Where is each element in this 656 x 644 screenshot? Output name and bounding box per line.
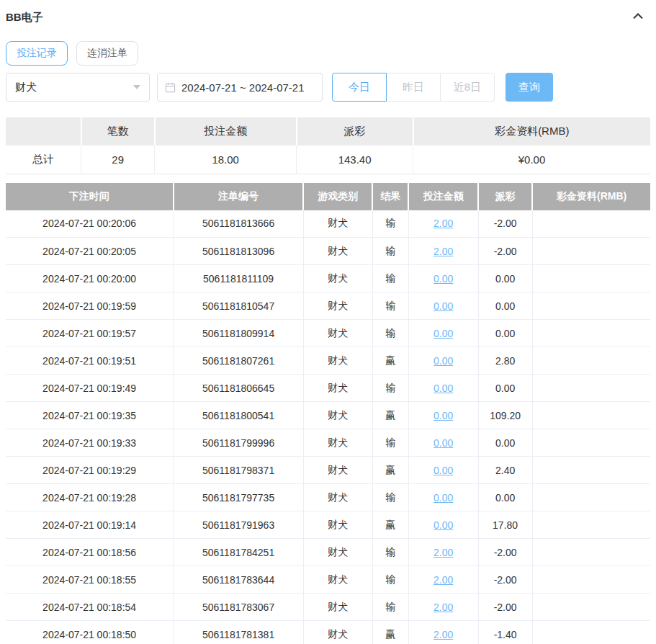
- tab-bet-records[interactable]: 投注记录: [6, 41, 68, 66]
- bet-amount-link[interactable]: 0.00: [433, 355, 453, 367]
- date-range-input[interactable]: 2024-07-21 ~ 2024-07-21: [157, 73, 323, 102]
- cell-bet-amount: 0.00: [408, 402, 478, 429]
- cell-result: 输: [372, 238, 408, 265]
- cell-order-id: 5061181806645: [174, 375, 304, 402]
- bet-amount-link[interactable]: 0.00: [433, 465, 453, 476]
- header-game-type: 游戏类别: [303, 183, 372, 210]
- cell-payout: 17.80: [478, 511, 532, 539]
- cell-order-id: 5061181807261: [174, 347, 304, 375]
- cell-bonus: [532, 457, 650, 484]
- cell-bonus: [532, 347, 650, 375]
- summary-header-bet-amount: 投注金额: [155, 117, 297, 146]
- cell-game-type: 财犬: [303, 511, 372, 539]
- cell-game-type: 财犬: [303, 594, 372, 621]
- cell-bet-time: 2024-07-21 00:19:14: [6, 511, 174, 539]
- cell-payout: 0.00: [478, 292, 532, 320]
- cell-bet-amount: 0.00: [408, 265, 478, 292]
- cell-game-type: 财犬: [303, 292, 372, 320]
- cell-payout: 0.00: [478, 265, 532, 292]
- cell-bet-amount: 0.00: [408, 320, 478, 347]
- chevron-up-icon: [632, 11, 644, 23]
- cell-game-type: 财犬: [303, 265, 372, 292]
- bet-amount-link[interactable]: 0.00: [433, 328, 453, 339]
- cell-bet-time: 2024-07-21 00:20:05: [6, 238, 174, 265]
- bet-amount-link[interactable]: 0.00: [433, 273, 453, 285]
- cell-bet-time: 2024-07-21 00:18:50: [6, 621, 174, 644]
- cell-bonus: [532, 594, 650, 621]
- table-row: 2024-07-21 00:19:14 5061181791963 财犬 赢 0…: [6, 511, 650, 539]
- cell-bet-time: 2024-07-21 00:19:35: [6, 402, 174, 429]
- cell-bet-amount: 0.00: [408, 292, 478, 320]
- records-header-row: 下注时间 注单编号 游戏类别 结果 投注金额 派彩 彩金资料(RMB): [6, 183, 650, 210]
- cell-bonus: [532, 402, 650, 429]
- total-count: 29: [81, 146, 155, 174]
- cell-bonus: [532, 238, 650, 265]
- header-bonus: 彩金资料(RMB): [532, 183, 650, 210]
- total-bonus: ¥0.00: [413, 146, 650, 174]
- bet-amount-link[interactable]: 0.00: [433, 492, 453, 504]
- search-button[interactable]: 查询: [506, 73, 553, 102]
- header-bet-time: 下注时间: [6, 183, 174, 210]
- cell-bonus: [532, 320, 650, 347]
- cell-bet-time: 2024-07-21 00:18:55: [6, 566, 174, 594]
- cell-order-id: 5061181799996: [174, 429, 304, 457]
- cell-game-type: 财犬: [303, 621, 372, 644]
- total-bet-amount: 18.00: [155, 146, 297, 174]
- cell-order-id: 5061181781381: [174, 621, 304, 644]
- cell-result: 赢: [372, 347, 408, 375]
- cell-payout: 0.00: [478, 320, 532, 347]
- cell-game-type: 财犬: [303, 484, 372, 511]
- cell-bonus: [532, 566, 650, 594]
- bet-amount-link[interactable]: 2.00: [433, 601, 453, 613]
- header-bet-amount: 投注金额: [408, 183, 478, 210]
- header-result: 结果: [372, 183, 408, 210]
- cell-payout: 2.40: [478, 457, 532, 484]
- table-row: 2024-07-21 00:18:54 5061181783067 财犬 输 2…: [6, 594, 650, 621]
- table-row: 2024-07-21 00:20:00 5061181811109 财犬 输 0…: [6, 265, 650, 292]
- table-row: 2024-07-21 00:19:28 5061181797735 财犬 输 0…: [6, 484, 650, 511]
- cell-payout: 0.00: [478, 375, 532, 402]
- cell-result: 输: [372, 320, 408, 347]
- cell-result: 输: [372, 539, 408, 566]
- cell-payout: 0.00: [478, 429, 532, 457]
- chevron-down-icon: [133, 85, 140, 89]
- summary-header-empty: [6, 117, 81, 146]
- cell-bonus: [532, 429, 650, 457]
- cell-bet-amount: 2.00: [408, 566, 478, 594]
- cell-result: 输: [372, 210, 408, 238]
- cell-bet-amount: 2.00: [408, 594, 478, 621]
- cell-game-type: 财犬: [303, 566, 372, 594]
- cell-game-type: 财犬: [303, 347, 372, 375]
- summary-header-bonus: 彩金资料(RMB): [413, 117, 650, 146]
- game-select[interactable]: 财犬: [6, 73, 150, 102]
- cell-bet-time: 2024-07-21 00:19:29: [6, 457, 174, 484]
- bet-amount-link[interactable]: 2.00: [433, 547, 453, 558]
- bet-amount-link[interactable]: 2.00: [433, 246, 453, 257]
- cell-result: 输: [372, 484, 408, 511]
- quick-filter-today[interactable]: 今日: [332, 73, 387, 102]
- filter-row: 财犬 2024-07-21 ~ 2024-07-21 今日 昨日 近8日 查询: [6, 73, 650, 102]
- date-range-value: 2024-07-21 ~ 2024-07-21: [181, 81, 305, 94]
- cell-bet-amount: 2.00: [408, 210, 478, 238]
- bet-amount-link[interactable]: 0.00: [433, 300, 453, 312]
- bet-amount-link[interactable]: 0.00: [433, 383, 453, 394]
- table-row: 2024-07-21 00:18:56 5061181784251 财犬 输 2…: [6, 539, 650, 566]
- cell-bet-amount: 0.00: [408, 429, 478, 457]
- summary-header-count: 笔数: [81, 117, 155, 146]
- collapse-panel-button[interactable]: [630, 9, 646, 24]
- panel-title-bar: BB电子: [6, 0, 650, 24]
- cell-game-type: 财犬: [303, 210, 372, 238]
- quick-filter-last8days[interactable]: 近8日: [440, 73, 495, 102]
- quick-filter-yesterday[interactable]: 昨日: [386, 73, 441, 102]
- cell-payout: -2.00: [478, 210, 532, 238]
- cell-order-id: 5061181811109: [174, 265, 304, 292]
- bet-amount-link[interactable]: 0.00: [433, 519, 453, 531]
- bet-amount-link[interactable]: 2.00: [433, 629, 453, 640]
- bet-amount-link[interactable]: 2.00: [433, 574, 453, 586]
- tab-cancelled-orders[interactable]: 连消注单: [76, 41, 138, 66]
- cell-result: 输: [372, 375, 408, 402]
- bet-amount-link[interactable]: 0.00: [433, 437, 453, 449]
- bet-amount-link[interactable]: 2.00: [433, 218, 453, 229]
- bet-amount-link[interactable]: 0.00: [433, 410, 453, 421]
- total-payout: 143.40: [297, 146, 413, 174]
